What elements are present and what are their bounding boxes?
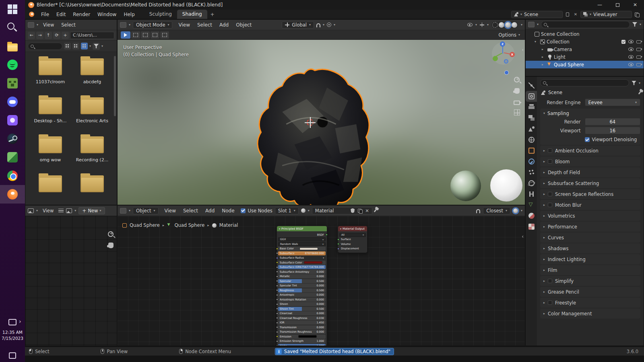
snap-magnet-icon[interactable] [316,23,320,27]
property-section-header[interactable]: ▸ Shadows [540,243,640,253]
overlays-toggle-icon[interactable] [513,208,518,213]
file-browser-scrollbar[interactable] [114,56,116,116]
zoom-icon[interactable] [108,231,114,237]
bsdf-output-socket[interactable]: BSDF [278,233,326,237]
node-property-row[interactable]: Transmission Roughness 0.000 ▾ [278,330,326,334]
sampling-value-field[interactable]: 16 [585,127,640,134]
render-engine-dropdown[interactable]: Eevee ▾ [585,99,640,106]
minimize-button[interactable]: — [591,0,609,10]
node-property-row[interactable]: Subsurface 87878680.000 ▾ [278,251,326,255]
folder-item[interactable]: omg wow [30,134,70,173]
viewport-denoising-checkbox[interactable] [585,137,590,142]
display-detail-button[interactable] [72,43,79,49]
input-socket[interactable] [276,261,278,263]
node-property-row[interactable]: Clearcoat Roughness 0.030 ▾ [278,316,326,320]
property-section-header[interactable]: ▸ Color Management [540,309,640,319]
solid-shading-button[interactable] [499,22,504,28]
material-name-field[interactable]: Material ✕ [312,207,372,214]
image-editor-icon[interactable] [28,208,34,213]
input-socket[interactable] [276,298,278,300]
taskbar-purple-app[interactable] [0,111,25,130]
property-section-header[interactable]: ▸ Subsurface Scattering [540,178,640,188]
filter-icon[interactable] [632,81,636,85]
tab-texture[interactable] [526,221,537,232]
hamburger-menu-icon[interactable] [58,209,64,212]
slot-selector[interactable]: Slot 1 ▾ [275,207,299,214]
taskbar-chrome[interactable] [0,167,25,185]
input-socket[interactable] [276,280,278,282]
input-socket[interactable] [276,340,278,342]
input-socket[interactable] [276,266,278,268]
material-output-node[interactable]: ▾ Material Output All ▾ Surface [338,226,367,253]
node-property-row[interactable]: Clearcoat 0.000 ▾ [278,311,326,315]
subsurface-method-dropdown[interactable]: Random Walk ▾ [278,242,326,246]
display-list-button[interactable] [64,43,71,49]
taskbar-discord[interactable] [0,93,25,111]
input-socket[interactable] [276,248,278,250]
blender-app-menu-icon[interactable] [29,12,34,17]
input-socket[interactable] [276,294,278,296]
options-dropdown[interactable]: Options ▾ [499,32,522,38]
section-checkbox[interactable] [548,159,552,164]
tab-render[interactable] [526,91,537,102]
property-section-header[interactable]: ▸ Film [540,265,640,275]
property-section-header[interactable]: ▸ Freestyle [540,298,640,308]
outliner-item-label[interactable]: Quad Sphere [554,62,584,68]
editor-type-icon[interactable] [120,208,126,214]
maximize-button[interactable] [609,0,626,10]
node-canvas[interactable]: Quad Sphere ▸ Quad Sphere ▸ Material ▾ P… [118,216,525,346]
outliner-row[interactable]: ▸ Quad Sphere [526,61,644,68]
tab-modifiers[interactable] [526,156,537,167]
section-checkbox[interactable] [548,279,552,283]
input-socket[interactable] [276,252,278,254]
color-swatch[interactable] [299,247,318,250]
color-swatch[interactable] [298,335,317,338]
input-socket[interactable] [337,243,339,245]
path-field[interactable]: C:\Users\... [70,32,114,39]
outliner-item-label[interactable]: Light [554,54,566,60]
node-property-row[interactable]: Subsurface Radius ▾ [278,256,326,260]
workspace-tab[interactable]: Sculpting [144,10,177,19]
disable-render-icon[interactable] [636,56,641,59]
filter-toggle-button[interactable] [93,43,100,50]
tab-particles[interactable] [526,167,537,178]
select-intersect-mode-button[interactable] [160,31,169,39]
camera-view-icon[interactable] [514,101,520,105]
gizmo-z-axis[interactable]: Z [500,41,505,47]
outliner-item-label[interactable]: Camera [554,47,572,52]
outliner-row[interactable]: ▸ Light [526,53,644,61]
workspace-tab[interactable]: + [207,10,218,19]
input-socket[interactable] [276,322,278,324]
tab-material[interactable] [526,210,537,221]
tab-object-data[interactable] [526,200,537,210]
node-property-row[interactable]: Base Color ▾ [278,247,326,251]
property-section-header[interactable]: ▸ Bloom [540,156,640,167]
close-button[interactable]: ✕ [626,0,644,10]
folder-item[interactable]: Desktop - Sh... [30,95,70,134]
file-browser-view-menu[interactable]: View [41,21,56,29]
editor-type-icon[interactable] [528,22,535,27]
property-section-header[interactable]: ▸ Screen Space Reflections [540,189,640,199]
property-section-header[interactable]: ▸ Indirect Lighting [540,254,640,264]
menu-item[interactable]: Add [216,21,232,29]
back-button[interactable]: ← [28,32,35,39]
expand-caret-icon[interactable]: ▸ [542,47,546,51]
select-box-mode-button[interactable] [131,31,140,39]
input-socket[interactable] [337,248,339,250]
save-toast[interactable]: i Saved "Melted Distorted head (BLACK).b… [275,348,394,355]
tab-scene[interactable] [526,123,537,134]
input-socket[interactable] [276,289,278,291]
node-property-row[interactable]: Alpha 1.000 ▾ [278,344,326,346]
input-socket[interactable] [276,271,278,273]
folder-item[interactable]: 11037clroom [30,56,70,95]
gizmo-x-axis[interactable]: X [510,52,515,57]
node-property-row[interactable]: Specular Tint 0.000 ▾ [278,284,326,288]
gizmo-neg-z-axis[interactable] [504,59,508,64]
node-property-row[interactable]: Roughness 0.500 ▾ [278,288,326,292]
property-section-header[interactable]: ▸ Motion Blur [540,200,640,210]
taskbar-steam[interactable] [0,130,25,148]
node-input-row[interactable]: Surface [339,237,366,241]
menu-item[interactable]: View [161,207,180,215]
input-socket[interactable] [276,326,278,328]
taskbar-file-explorer[interactable] [0,37,25,56]
